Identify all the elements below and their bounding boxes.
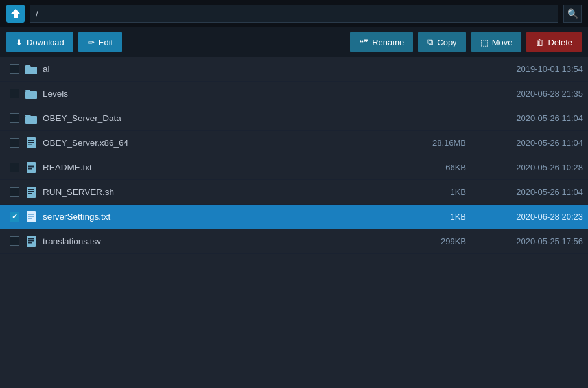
svg-rect-3 xyxy=(25,116,37,124)
checkbox-cell xyxy=(5,64,23,74)
file-date: 2020-05-25 17:56 xyxy=(479,236,583,246)
rename-label: Rename xyxy=(372,38,404,47)
delete-button[interactable]: 🗑 Delete xyxy=(526,32,582,52)
file-date: 2020-05-26 11:04 xyxy=(479,113,583,123)
svg-rect-1 xyxy=(25,67,37,74)
svg-rect-11 xyxy=(28,168,32,170)
file-row[interactable]: RUN_SERVER.sh1KB2020-05-26 11:04 xyxy=(0,180,588,205)
logo-icon xyxy=(6,5,25,23)
file-list: ai2019-10-01 13:54 Levels2020-06-28 21:3… xyxy=(0,57,588,254)
svg-rect-14 xyxy=(28,191,34,192)
file-checkbox[interactable] xyxy=(10,187,19,197)
file-name: Levels xyxy=(43,89,414,98)
copy-label: Copy xyxy=(437,38,456,47)
folder-icon xyxy=(23,64,39,74)
move-label: Move xyxy=(492,38,513,47)
file-date: 2020-06-28 21:35 xyxy=(479,89,583,98)
checkbox-cell xyxy=(5,212,23,222)
svg-rect-23 xyxy=(28,242,32,244)
folder-icon xyxy=(23,113,39,124)
svg-rect-7 xyxy=(28,144,32,145)
file-checkbox[interactable] xyxy=(10,113,19,123)
file-name: serverSettings.txt xyxy=(43,212,414,222)
file-row[interactable]: translations.tsv299KB2020-05-25 17:56 xyxy=(0,229,588,254)
file-name: README.txt xyxy=(43,163,414,172)
delete-label: Delete xyxy=(548,38,572,47)
file-name: ai xyxy=(43,64,414,74)
svg-rect-15 xyxy=(28,193,32,194)
download-icon: ⬇ xyxy=(16,38,23,47)
download-button[interactable]: ⬇ Download xyxy=(6,32,73,52)
file-row[interactable]: OBEY_Server_Data2020-05-26 11:04 xyxy=(0,106,588,131)
file-checkbox[interactable] xyxy=(10,163,19,172)
file-row[interactable]: README.txt66KB2020-05-26 10:28 xyxy=(0,155,588,180)
file-row[interactable]: Levels2020-06-28 21:35 xyxy=(0,82,588,106)
file-size: 66KB xyxy=(414,163,479,172)
checkbox-cell xyxy=(5,138,23,148)
svg-rect-19 xyxy=(28,218,32,219)
file-checkbox[interactable] xyxy=(10,89,19,98)
file-size: 1KB xyxy=(414,212,479,222)
svg-rect-22 xyxy=(28,240,34,242)
file-date: 2020-05-26 11:04 xyxy=(479,138,583,148)
svg-rect-13 xyxy=(28,189,34,190)
rename-button[interactable]: ❝❞ Rename xyxy=(350,32,413,52)
file-name: RUN_SERVER.sh xyxy=(43,187,414,197)
svg-rect-21 xyxy=(28,238,34,240)
svg-rect-5 xyxy=(28,140,34,141)
svg-marker-0 xyxy=(11,9,20,18)
toolbar: ⬇ Download ✏ Edit ❝❞ Rename ⧉ Copy ⬚ Mov… xyxy=(0,27,588,57)
path-input[interactable] xyxy=(30,5,558,23)
svg-rect-17 xyxy=(28,214,34,215)
file-date: 2020-05-26 10:28 xyxy=(479,163,583,172)
file-checkbox[interactable] xyxy=(10,138,19,148)
header-bar: 🔍 xyxy=(0,0,588,27)
rename-icon: ❝❞ xyxy=(359,38,368,47)
file-size: 1KB xyxy=(414,187,479,197)
edit-icon: ✏ xyxy=(88,38,95,47)
file-name: translations.tsv xyxy=(43,236,414,246)
file-icon xyxy=(23,236,39,247)
delete-icon: 🗑 xyxy=(535,38,544,47)
move-icon: ⬚ xyxy=(480,38,488,47)
checkbox-cell xyxy=(5,236,23,246)
copy-button[interactable]: ⧉ Copy xyxy=(418,32,465,52)
copy-icon: ⧉ xyxy=(427,37,433,47)
svg-rect-6 xyxy=(28,142,34,143)
file-size: 28.16MB xyxy=(414,138,479,148)
edit-button[interactable]: ✏ Edit xyxy=(78,32,122,52)
file-name: OBEY_Server.x86_64 xyxy=(43,138,414,148)
svg-rect-10 xyxy=(28,166,34,168)
search-button[interactable]: 🔍 xyxy=(563,5,582,23)
file-checkbox[interactable] xyxy=(10,236,19,246)
checkbox-cell xyxy=(5,89,23,98)
svg-rect-18 xyxy=(28,216,34,217)
folder-icon xyxy=(23,89,39,99)
file-row[interactable]: serverSettings.txt1KB2020-06-28 20:23 xyxy=(0,205,588,229)
file-icon xyxy=(23,162,39,173)
file-date: 2020-06-28 20:23 xyxy=(479,212,583,222)
download-label: Download xyxy=(27,38,64,47)
move-button[interactable]: ⬚ Move xyxy=(471,32,522,52)
file-name: OBEY_Server_Data xyxy=(43,113,414,123)
checkbox-cell xyxy=(5,113,23,123)
svg-rect-9 xyxy=(28,165,34,166)
file-date: 2020-05-26 11:04 xyxy=(479,187,583,197)
file-row[interactable]: OBEY_Server.x86_6428.16MB2020-05-26 11:0… xyxy=(0,131,588,155)
file-date: 2019-10-01 13:54 xyxy=(479,64,583,74)
file-size: 299KB xyxy=(414,236,479,246)
checkbox-cell xyxy=(5,187,23,197)
file-checkbox[interactable] xyxy=(10,64,19,74)
file-row[interactable]: ai2019-10-01 13:54 xyxy=(0,57,588,82)
file-icon xyxy=(23,211,39,222)
checkbox-cell xyxy=(5,163,23,172)
svg-rect-2 xyxy=(25,91,37,99)
file-checkbox[interactable] xyxy=(10,212,19,222)
file-icon xyxy=(23,187,39,198)
edit-label: Edit xyxy=(99,38,113,47)
file-icon xyxy=(23,137,39,148)
